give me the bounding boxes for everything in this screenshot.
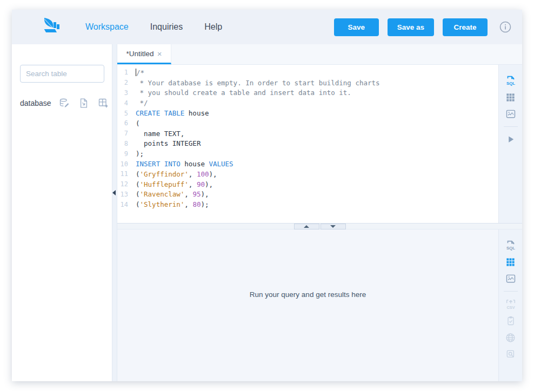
line-number: 12 — [117, 180, 136, 188]
code-line: 4 */ — [117, 98, 498, 108]
code-text: CREATE TABLE house — [136, 109, 209, 117]
results-rail: SQLCSV — [498, 229, 522, 381]
code-text: ('Slytherin', 80); — [136, 200, 209, 208]
code-line: 7 name TEXT, — [117, 129, 498, 139]
copy-clipboard-icon — [504, 314, 518, 328]
code-text: ( — [136, 119, 140, 127]
svg-text:SQL: SQL — [506, 81, 515, 86]
collapse-sidebar-icon[interactable] — [112, 190, 116, 195]
triangle-down-icon — [330, 225, 336, 228]
header-actions: SaveSave asCreate — [325, 18, 488, 36]
chart-view-icon[interactable] — [504, 272, 518, 286]
code-text: ); — [136, 150, 144, 158]
line-number: 7 — [117, 130, 136, 137]
splitter-up-button[interactable] — [294, 224, 319, 229]
pane-splitter[interactable] — [117, 223, 522, 229]
database-row: database — [20, 98, 104, 109]
save-button[interactable]: Save — [334, 18, 379, 36]
code-line: 12('Hufflepuff', 90), — [117, 179, 498, 190]
close-tab-icon[interactable]: × — [157, 50, 162, 58]
results-placeholder-text: Run your query and get results here — [250, 290, 366, 299]
search-table-input[interactable] — [20, 65, 104, 83]
database-actions — [59, 98, 109, 109]
tab-strip: *Untitled × — [117, 44, 522, 65]
sql-code-editor[interactable]: 1/*2 * Your database is empty. In order … — [117, 65, 498, 223]
nav-item-workspace[interactable]: Workspace — [85, 22, 129, 32]
code-line: 14('Slytherin', 80); — [117, 199, 498, 209]
editor-rail: SQL — [498, 65, 522, 223]
content-area: database — [12, 44, 522, 381]
code-line: 5CREATE TABLE house — [117, 108, 498, 118]
line-number: 10 — [117, 160, 136, 168]
nav-item-help[interactable]: Help — [204, 22, 222, 32]
code-line: 11('Gryffindor', 100), — [117, 169, 498, 179]
line-number: 4 — [117, 99, 136, 107]
code-text: ('Gryffindor', 100), — [136, 170, 217, 178]
results-row: Run your query and get results here SQLC… — [117, 229, 522, 381]
edit-database-icon[interactable] — [59, 98, 70, 109]
tab-untitled[interactable]: *Untitled × — [117, 44, 171, 64]
main-nav: WorkspaceInquiriesHelp — [85, 22, 222, 32]
rail-divider — [504, 291, 518, 292]
main-panel: *Untitled × 1/*2 * Your database is empt… — [117, 44, 522, 381]
info-icon[interactable] — [499, 21, 511, 33]
code-line: 3 * you should create a table and insert… — [117, 88, 498, 98]
chart-view-icon[interactable] — [504, 107, 518, 121]
create-button[interactable]: Create — [443, 18, 488, 36]
line-number: 13 — [117, 191, 136, 198]
line-number: 11 — [117, 170, 136, 178]
triangle-up-icon — [304, 225, 309, 228]
globe-table-icon — [504, 330, 518, 344]
svg-text:SQL: SQL — [506, 246, 515, 251]
editor-row: 1/*2 * Your database is empty. In order … — [117, 65, 522, 223]
code-text: * you should create a table and insert d… — [136, 89, 351, 97]
results-pane: Run your query and get results here — [117, 229, 498, 381]
grid-view-icon[interactable] — [504, 90, 518, 104]
line-number: 2 — [117, 79, 136, 86]
app-window: WorkspaceInquiriesHelp SaveSave asCreate… — [12, 10, 522, 381]
code-text: points INTEGER — [136, 139, 201, 147]
svg-text:CSV: CSV — [506, 305, 515, 310]
code-text: ('Ravenclaw', 95), — [136, 190, 209, 198]
code-line: 6( — [117, 118, 498, 129]
code-line: 10INSERT INTO house VALUES — [117, 159, 498, 169]
line-number: 14 — [117, 201, 136, 208]
line-number: 6 — [117, 119, 136, 127]
code-line: 9); — [117, 148, 498, 159]
tab-label: *Untitled — [126, 50, 154, 58]
rail-divider — [504, 126, 518, 127]
line-number: 5 — [117, 110, 136, 117]
line-number: 3 — [117, 89, 136, 97]
code-line: 2 * Your database is empty. In order to … — [117, 78, 498, 88]
search-results-icon — [504, 347, 518, 361]
code-text: ('Hufflepuff', 90), — [136, 180, 213, 188]
export-csv-icon: CSV — [504, 297, 518, 311]
app-logo-leaf-chart-icon[interactable] — [40, 17, 62, 37]
schema-sidebar: database — [12, 44, 112, 381]
save-as-button[interactable]: Save as — [388, 18, 434, 36]
line-number: 8 — [117, 140, 136, 147]
code-line: 1/* — [117, 67, 498, 78]
code-text: INSERT INTO house VALUES — [136, 160, 233, 168]
line-number: 9 — [117, 150, 136, 158]
add-table-icon[interactable] — [98, 98, 109, 109]
top-bar: WorkspaceInquiriesHelp SaveSave asCreate — [12, 10, 522, 44]
run-query-icon[interactable] — [504, 132, 518, 146]
code-line: 13('Ravenclaw', 95), — [117, 190, 498, 200]
code-text: */ — [136, 99, 148, 107]
code-text: /* — [136, 69, 144, 77]
line-number: 1 — [117, 69, 136, 76]
database-label: database — [20, 99, 51, 107]
sql-view-icon[interactable]: SQL — [504, 73, 518, 87]
sql-view-icon[interactable]: SQL — [504, 238, 518, 252]
code-text: * Your database is empty. In order to st… — [136, 79, 380, 87]
grid-view-icon[interactable] — [504, 255, 518, 269]
splitter-down-button[interactable] — [321, 224, 346, 229]
import-file-icon[interactable] — [78, 98, 89, 109]
sidebar-resize-gutter[interactable] — [112, 44, 117, 381]
nav-item-inquiries[interactable]: Inquiries — [150, 22, 183, 32]
code-text: name TEXT, — [136, 130, 184, 138]
code-line: 8 points INTEGER — [117, 139, 498, 149]
